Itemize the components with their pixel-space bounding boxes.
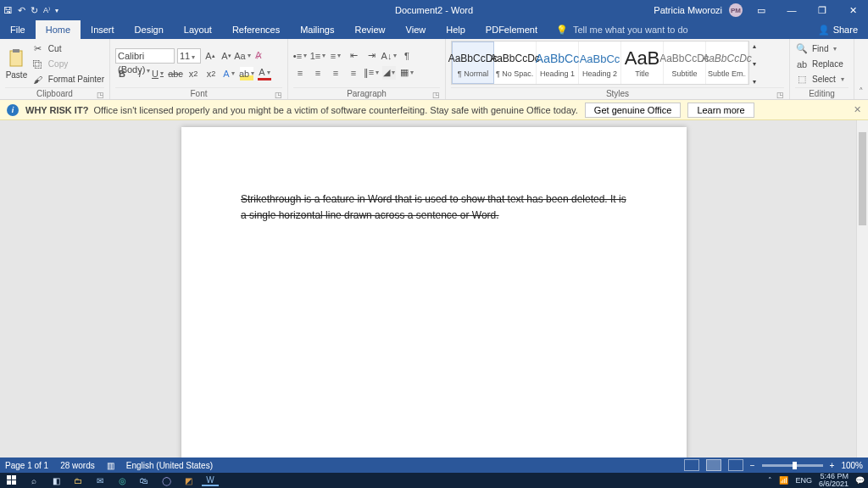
- styles-more-icon[interactable]: ▾: [753, 78, 763, 86]
- font-size-select[interactable]: 11: [177, 48, 201, 64]
- task-view-icon[interactable]: ◧: [47, 474, 64, 486]
- banner-close-icon[interactable]: ✕: [854, 104, 861, 115]
- collapse-ribbon-icon[interactable]: ˄: [854, 39, 868, 99]
- find-button[interactable]: 🔍Find: [795, 42, 844, 56]
- font-color-icon[interactable]: A: [258, 67, 271, 80]
- undo-icon[interactable]: ↶: [18, 5, 25, 16]
- zoom-out-icon[interactable]: −: [750, 461, 755, 470]
- document-text[interactable]: Strikethrough is a feature in Word that …: [241, 191, 627, 224]
- tab-pdfelement[interactable]: PDFelement: [476, 20, 548, 39]
- clipboard-dialog-icon[interactable]: ◳: [97, 89, 104, 101]
- highlight-icon[interactable]: ab: [240, 67, 253, 80]
- tab-home[interactable]: Home: [36, 20, 81, 39]
- format-painter-button[interactable]: 🖌Format Painter: [31, 73, 104, 86]
- borders-icon[interactable]: ▦: [400, 66, 414, 80]
- decrease-indent-icon[interactable]: ⇤: [347, 49, 360, 63]
- sort-icon[interactable]: A↓: [382, 49, 396, 63]
- tray-up-icon[interactable]: ˄: [768, 476, 772, 485]
- tab-mailings[interactable]: Mailings: [290, 20, 344, 39]
- tab-layout[interactable]: Layout: [174, 20, 222, 39]
- redo-icon[interactable]: ↻: [31, 5, 38, 16]
- bullets-icon[interactable]: •≡: [293, 49, 307, 63]
- tab-view[interactable]: View: [396, 20, 437, 39]
- word-taskbar-icon[interactable]: W: [202, 474, 219, 486]
- page-status[interactable]: Page 1 of 1: [5, 461, 48, 470]
- paste-button[interactable]: Paste: [5, 41, 28, 87]
- tab-references[interactable]: References: [222, 20, 290, 39]
- cut-button[interactable]: ✂Cut: [31, 42, 104, 56]
- qat-more-icon[interactable]: ▾: [55, 7, 58, 14]
- bold-button[interactable]: B: [115, 67, 129, 80]
- text-effects-icon[interactable]: A: [222, 67, 236, 80]
- notifications-icon[interactable]: 💬: [855, 476, 865, 485]
- align-center-icon[interactable]: ≡: [311, 66, 325, 80]
- tab-file[interactable]: File: [0, 20, 36, 39]
- styles-up-icon[interactable]: ▴: [753, 42, 763, 50]
- user-name[interactable]: Patricia Mworozi: [654, 5, 722, 15]
- document-page[interactable]: Strikethrough is a feature in Word that …: [181, 127, 687, 458]
- tab-design[interactable]: Design: [125, 20, 174, 39]
- tray-date[interactable]: 6/6/2021: [819, 480, 849, 488]
- styles-dialog-icon[interactable]: ◳: [776, 89, 784, 101]
- align-left-icon[interactable]: ≡: [293, 66, 307, 80]
- shrink-font-icon[interactable]: A▾: [220, 49, 233, 63]
- grow-font-icon[interactable]: A▴: [203, 49, 217, 63]
- tell-me-input[interactable]: Tell me what you want to do: [573, 25, 688, 35]
- share-button[interactable]: 👤Share: [808, 20, 868, 39]
- styles-down-icon[interactable]: ▾: [753, 60, 763, 68]
- minimize-icon[interactable]: —: [780, 5, 804, 15]
- app2-icon[interactable]: ◩: [180, 474, 197, 486]
- style-heading-2[interactable]: AaBbCcHeading 2: [579, 42, 621, 84]
- zoom-in-icon[interactable]: +: [830, 461, 835, 470]
- shading-icon[interactable]: ◢: [382, 66, 396, 80]
- style-subtitle[interactable]: AaBbCcDcSubtitle: [664, 42, 706, 84]
- font-dialog-icon[interactable]: ◳: [275, 89, 282, 101]
- numbering-icon[interactable]: 1≡: [311, 49, 325, 63]
- multilevel-icon[interactable]: ≡: [329, 49, 342, 63]
- align-right-icon[interactable]: ≡: [329, 66, 342, 80]
- file-explorer-icon[interactable]: 🗀: [70, 474, 86, 486]
- underline-button[interactable]: U: [151, 67, 164, 80]
- paragraph-dialog-icon[interactable]: ◳: [432, 89, 440, 101]
- word-count[interactable]: 28 words: [60, 461, 95, 470]
- mail-icon[interactable]: ✉: [92, 474, 108, 486]
- language-status[interactable]: English (United States): [126, 461, 213, 470]
- vertical-scrollbar[interactable]: [856, 120, 868, 458]
- avatar[interactable]: PM: [729, 3, 743, 17]
- ribbon-options-icon[interactable]: ▭: [749, 5, 773, 16]
- superscript-button[interactable]: x2: [204, 67, 218, 80]
- tab-review[interactable]: Review: [345, 20, 396, 39]
- line-spacing-icon[interactable]: ‖≡: [364, 66, 378, 80]
- print-layout-icon[interactable]: [706, 459, 721, 471]
- strikethrough-button[interactable]: abc: [169, 67, 182, 80]
- style-subtle-em---[interactable]: AaBbCcDcSubtle Em...: [706, 42, 748, 84]
- wifi-icon[interactable]: 📶: [779, 476, 788, 485]
- select-button[interactable]: ⬚Select: [795, 73, 844, 86]
- start-icon[interactable]: [3, 474, 20, 486]
- proofing-icon[interactable]: ▥: [107, 461, 114, 470]
- store-icon[interactable]: 🛍: [136, 474, 153, 486]
- read-mode-icon[interactable]: [684, 459, 699, 471]
- zoom-level[interactable]: 100%: [841, 461, 863, 470]
- clear-format-icon[interactable]: A̷: [252, 49, 265, 63]
- style---normal[interactable]: AaBbCcDc¶ Normal: [452, 42, 494, 84]
- font-name-select[interactable]: Calibri (Body): [115, 48, 175, 64]
- tray-lang[interactable]: ENG: [795, 476, 812, 485]
- style---no-spac---[interactable]: AaBbCcDc¶ No Spac...: [494, 42, 537, 84]
- tab-help[interactable]: Help: [436, 20, 476, 39]
- subscript-button[interactable]: x2: [186, 67, 200, 80]
- close-icon[interactable]: ✕: [841, 5, 865, 16]
- italic-button[interactable]: I: [133, 67, 147, 80]
- learn-more-button[interactable]: Learn more: [687, 103, 754, 118]
- get-genuine-button[interactable]: Get genuine Office: [585, 103, 682, 118]
- tab-insert[interactable]: Insert: [81, 20, 125, 39]
- app1-icon[interactable]: ◯: [158, 474, 175, 486]
- change-case-icon[interactable]: Aa: [236, 49, 249, 63]
- styles-gallery[interactable]: AaBbCcDc¶ NormalAaBbCcDc¶ No Spac...AaBb…: [451, 41, 749, 85]
- style-title[interactable]: AaBTitle: [621, 42, 664, 84]
- justify-icon[interactable]: ≡: [347, 66, 360, 80]
- style-heading-1[interactable]: AaBbCcHeading 1: [537, 42, 579, 84]
- edge-icon[interactable]: ◎: [114, 474, 131, 486]
- search-icon[interactable]: ⌕: [25, 474, 42, 486]
- touch-mode-icon[interactable]: A⁾: [43, 6, 50, 14]
